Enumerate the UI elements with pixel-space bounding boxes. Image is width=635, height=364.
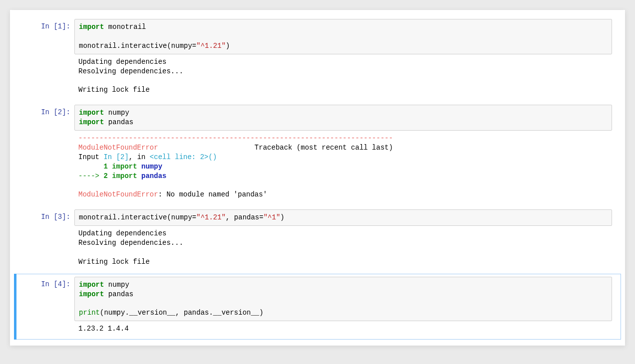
code-cell[interactable]: In [4]:import numpy import pandas print(… bbox=[14, 274, 621, 340]
output-prompt bbox=[14, 226, 74, 229]
input-row: In [4]:import numpy import pandas print(… bbox=[14, 277, 618, 322]
input-prompt: In [3]: bbox=[14, 209, 74, 222]
output-prompt bbox=[14, 321, 74, 324]
notebook: In [1]:import monotrail monotrail.intera… bbox=[10, 10, 625, 346]
output-row: Updating dependencies Resolving dependen… bbox=[14, 54, 618, 98]
output-area: 1.23.2 1.4.4 bbox=[74, 321, 612, 337]
code-input[interactable]: monotrail.interactive(numpy="^1.21", pan… bbox=[74, 209, 612, 226]
cell-output: 1.23.2 1.4.4 bbox=[74, 321, 612, 337]
input-area: import monotrail monotrail.interactive(n… bbox=[74, 19, 612, 54]
output-area: ----------------------------------------… bbox=[74, 131, 612, 202]
input-prompt: In [1]: bbox=[14, 19, 74, 31]
code-cell[interactable]: In [3]:monotrail.interactive(numpy="^1.2… bbox=[14, 206, 621, 272]
input-prompt: In [2]: bbox=[14, 105, 74, 117]
cell-output: ----------------------------------------… bbox=[74, 131, 612, 202]
output-area: Updating dependencies Resolving dependen… bbox=[74, 54, 612, 98]
input-row: In [3]:monotrail.interactive(numpy="^1.2… bbox=[14, 209, 618, 226]
input-area: import numpy import pandas bbox=[74, 105, 612, 131]
input-prompt: In [4]: bbox=[14, 277, 74, 289]
input-area: monotrail.interactive(numpy="^1.21", pan… bbox=[74, 209, 612, 226]
output-row: Updating dependencies Resolving dependen… bbox=[14, 226, 618, 270]
cell-output: Updating dependencies Resolving dependen… bbox=[74, 54, 612, 98]
code-cell[interactable]: In [2]:import numpy import pandas-------… bbox=[14, 102, 621, 205]
cell-output: Updating dependencies Resolving dependen… bbox=[74, 226, 612, 270]
output-prompt bbox=[14, 131, 74, 134]
output-row: ----------------------------------------… bbox=[14, 131, 618, 202]
input-row: In [2]:import numpy import pandas bbox=[14, 105, 618, 131]
code-input[interactable]: import numpy import pandas bbox=[74, 105, 612, 131]
code-input[interactable]: import numpy import pandas print(numpy._… bbox=[74, 277, 612, 322]
input-area: import numpy import pandas print(numpy._… bbox=[74, 277, 612, 322]
output-prompt bbox=[14, 54, 74, 57]
code-cell[interactable]: In [1]:import monotrail monotrail.intera… bbox=[14, 16, 621, 101]
output-row: 1.23.2 1.4.4 bbox=[14, 321, 618, 337]
code-input[interactable]: import monotrail monotrail.interactive(n… bbox=[74, 19, 612, 54]
output-area: Updating dependencies Resolving dependen… bbox=[74, 226, 612, 270]
input-row: In [1]:import monotrail monotrail.intera… bbox=[14, 19, 618, 54]
